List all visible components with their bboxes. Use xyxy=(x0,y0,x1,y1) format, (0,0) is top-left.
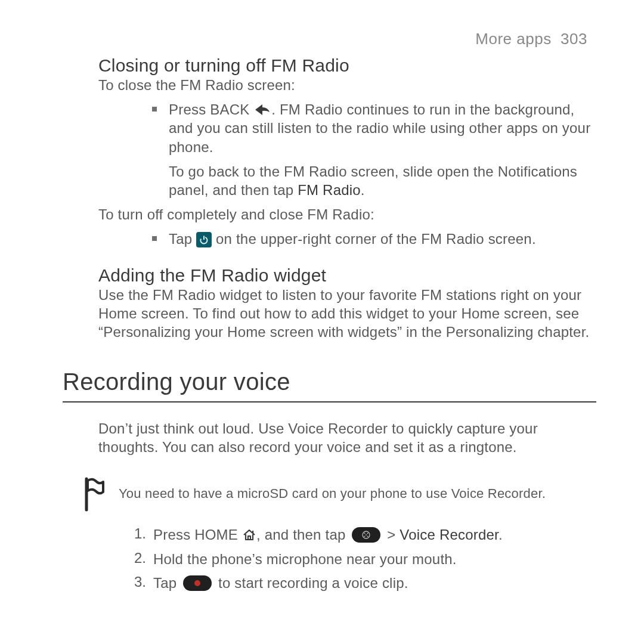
note-text: You need to have a microSD card on your … xyxy=(119,476,546,501)
text-fragment: Press BACK xyxy=(169,101,253,117)
text-fragment: Tap xyxy=(153,575,181,591)
back-arrow-icon xyxy=(253,103,271,117)
text-fragment: . xyxy=(361,182,365,198)
list-content: Hold the phone’s microphone near your mo… xyxy=(153,550,457,569)
svg-rect-3 xyxy=(252,531,253,534)
bullet-marker xyxy=(152,107,157,112)
text-fragment: , and then tap xyxy=(256,527,349,543)
text-fragment: to start recording a voice clip. xyxy=(214,575,408,591)
record-icon xyxy=(183,575,212,591)
text-fragment: To go back to the FM Radio screen, slide… xyxy=(169,163,577,198)
bullet-item: Press BACK . FM Radio continues to run i… xyxy=(152,100,596,199)
list-number: 1. xyxy=(134,525,153,544)
text-fragment: Press HOME xyxy=(153,527,242,543)
bullet-item: Tap on the upper-right corner of the FM … xyxy=(152,230,596,248)
page-header: More apps 303 xyxy=(63,30,596,48)
svg-point-5 xyxy=(364,533,366,534)
note-callout: You need to have a microSD card on your … xyxy=(63,476,596,512)
text-strong-fm-radio: FM Radio xyxy=(298,182,361,198)
list-content: Tap to start recording a voice clip. xyxy=(153,574,408,593)
horizontal-rule xyxy=(63,401,596,402)
list-item: 2. Hold the phone’s microphone near your… xyxy=(134,550,596,569)
apps-grid-icon xyxy=(352,527,380,543)
list-content: Press HOME , and then tap > Voice Record… xyxy=(153,525,503,544)
section-name: More apps xyxy=(475,30,551,48)
body-adding-widget: Use the FM Radio widget to listen to you… xyxy=(98,286,596,342)
text-strong-voice-recorder: Voice Recorder xyxy=(400,527,499,543)
svg-point-8 xyxy=(367,536,369,537)
text-fragment: Tap xyxy=(169,231,196,247)
list-item: 1. Press HOME , and then tap > Voice Rec… xyxy=(134,525,596,544)
bullet-list-close: Press BACK . FM Radio continues to run i… xyxy=(98,100,596,199)
svg-point-9 xyxy=(366,534,367,535)
list-number: 3. xyxy=(134,574,153,593)
text-fragment: > xyxy=(383,527,400,543)
heading-closing-fm-radio: Closing or turning off FM Radio xyxy=(98,55,596,76)
bullet-content: Tap on the upper-right corner of the FM … xyxy=(169,230,596,248)
page-number: 303 xyxy=(561,30,587,48)
intro-voice-recorder: Don’t just think out loud. Use Voice Rec… xyxy=(98,419,596,456)
bullet-content: Press BACK . FM Radio continues to run i… xyxy=(169,100,596,199)
svg-point-6 xyxy=(367,533,369,534)
list-number: 2. xyxy=(134,550,153,569)
power-icon xyxy=(196,232,212,247)
heading-recording-voice: Recording your voice xyxy=(63,369,596,395)
heading-adding-widget: Adding the FM Radio widget xyxy=(98,265,596,286)
home-icon xyxy=(242,528,256,542)
flag-icon xyxy=(80,476,106,512)
text-fragment: on the upper-right corner of the FM Radi… xyxy=(212,231,536,247)
intro-turn-off: To turn off completely and close FM Radi… xyxy=(98,205,596,224)
intro-close-screen: To close the FM Radio screen: xyxy=(98,76,596,94)
svg-point-7 xyxy=(364,536,366,537)
list-item: 3. Tap to start recording a voice clip. xyxy=(134,574,596,593)
ordered-list-steps: 1. Press HOME , and then tap > Voice Rec… xyxy=(98,525,596,593)
text-fragment: . xyxy=(499,527,503,543)
bullet-marker xyxy=(152,236,157,241)
bullet-list-turnoff: Tap on the upper-right corner of the FM … xyxy=(98,230,596,248)
